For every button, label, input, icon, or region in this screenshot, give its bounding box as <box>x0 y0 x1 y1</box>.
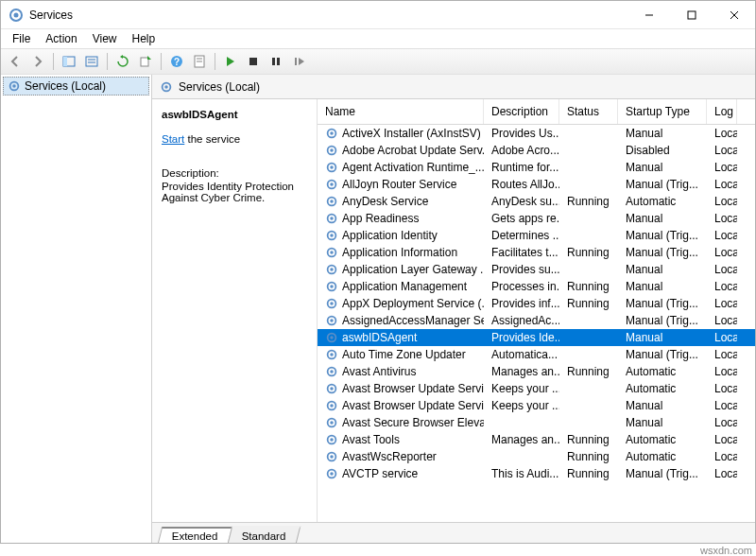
svg-point-62 <box>330 438 334 442</box>
cell-logon: Loca <box>707 313 737 328</box>
cell-logon: Loca <box>707 194 737 209</box>
service-row[interactable]: Agent Activation Runtime_...Runtime for.… <box>318 159 755 176</box>
col-header-logon[interactable]: Log <box>707 99 737 124</box>
menu-action[interactable]: Action <box>38 30 84 47</box>
cell-status <box>559 183 618 185</box>
col-header-status[interactable]: Status <box>559 99 618 124</box>
menu-help[interactable]: Help <box>125 30 163 47</box>
service-row[interactable]: Application IdentityDetermines ...Manual… <box>318 227 755 244</box>
cell-description: Manages an... <box>484 432 559 447</box>
col-header-desc[interactable]: Description <box>484 99 559 124</box>
svg-point-38 <box>330 234 334 237</box>
service-row[interactable]: AppX Deployment Service (...Provides inf… <box>318 295 755 312</box>
close-button[interactable] <box>713 1 755 28</box>
pause-service-button[interactable] <box>266 51 286 72</box>
cell-logon: Loca <box>707 381 737 396</box>
cell-description: Keeps your ... <box>484 381 559 396</box>
svg-point-50 <box>330 336 334 339</box>
service-row[interactable]: Application InformationFacilitates t...R… <box>318 244 755 261</box>
start-service-button[interactable] <box>220 51 241 72</box>
forward-button[interactable] <box>27 51 48 72</box>
service-row[interactable]: aswbIDSAgentProvides Ide...ManualLoca <box>318 329 755 346</box>
cell-name: Application Information <box>318 245 484 260</box>
svg-point-22 <box>12 84 16 88</box>
service-row[interactable]: AllJoyn Router ServiceRoutes AllJo...Man… <box>318 176 755 193</box>
service-row[interactable]: Auto Time Zone UpdaterAutomatica...Manua… <box>318 346 755 363</box>
service-row[interactable]: AvastWscReporterRunningAutomaticLoca <box>318 448 755 465</box>
cell-name: AppX Deployment Service (... <box>318 296 484 311</box>
service-name-text: Application Management <box>342 280 467 293</box>
cell-name: Application Identity <box>318 228 484 243</box>
cell-status <box>559 269 618 270</box>
minimize-button[interactable] <box>627 1 670 28</box>
right-pane: Services (Local) aswbIDSAgent Start the … <box>152 75 755 543</box>
cell-startup: Manual (Trig... <box>618 228 707 243</box>
stop-service-button[interactable] <box>243 51 264 72</box>
gear-icon <box>160 80 173 94</box>
gear-icon <box>325 365 338 378</box>
action-suffix: the service <box>184 133 240 145</box>
tabs-bar: Extended Standard <box>152 522 755 543</box>
properties-sheet-button[interactable] <box>189 51 210 72</box>
show-hide-tree-button[interactable] <box>59 51 79 72</box>
cell-name: Avast Browser Update Servi... <box>318 381 484 396</box>
gear-icon <box>325 229 338 242</box>
cell-startup: Manual (Trig... <box>618 245 707 260</box>
service-row[interactable]: AVCTP serviceThis is Audi...RunningManua… <box>318 465 755 482</box>
service-row[interactable]: AnyDesk ServiceAnyDesk su...RunningAutom… <box>318 193 755 210</box>
cell-startup: Manual <box>618 415 707 430</box>
properties-button[interactable] <box>81 51 102 72</box>
svg-point-60 <box>330 421 334 425</box>
list-body[interactable]: ActiveX Installer (AxInstSV)Provides Us.… <box>318 125 755 522</box>
cell-status: Running <box>559 194 618 209</box>
col-header-startup[interactable]: Startup Type <box>618 99 707 124</box>
col-header-name[interactable]: Name <box>318 99 484 124</box>
cell-status: Running <box>559 364 618 379</box>
menu-file[interactable]: File <box>5 30 38 47</box>
back-button[interactable] <box>5 51 26 72</box>
service-row[interactable]: Avast ToolsManages an...RunningAutomatic… <box>318 431 755 448</box>
service-row[interactable]: Application Layer Gateway ...Provides su… <box>318 261 755 278</box>
service-row[interactable]: App ReadinessGets apps re...ManualLoca <box>318 210 755 227</box>
start-service-link[interactable]: Start <box>162 133 184 145</box>
service-row[interactable]: Avast Browser Update Servi...Keeps your … <box>318 380 755 397</box>
right-pane-title: Services (Local) <box>179 80 260 94</box>
tree-node-services-local[interactable]: Services (Local) <box>3 77 149 96</box>
service-row[interactable]: Avast Secure Browser Elevat...ManualLoca <box>318 414 755 431</box>
cell-startup: Automatic <box>618 381 707 396</box>
refresh-button[interactable] <box>112 51 133 72</box>
service-row[interactable]: Avast AntivirusManages an...RunningAutom… <box>318 363 755 380</box>
restart-service-button[interactable] <box>288 51 309 72</box>
cell-startup: Manual (Trig... <box>618 347 707 362</box>
cell-description: Provides inf... <box>484 296 559 311</box>
cell-startup: Manual <box>618 279 707 294</box>
svg-point-1 <box>14 12 19 17</box>
content-area: Services (Local) Services (Local) aswbID… <box>1 75 755 543</box>
svg-point-56 <box>330 387 334 391</box>
tab-extended[interactable]: Extended <box>158 527 232 543</box>
description-text: Provides Identity Protection Against Cyb… <box>162 181 305 203</box>
service-name-text: AvastWscReporter <box>342 450 437 463</box>
gear-icon <box>325 467 338 480</box>
toolbar-separator <box>161 53 162 70</box>
service-row[interactable]: Adobe Acrobat Update Serv...Adobe Acro..… <box>318 142 755 159</box>
left-tree-pane: Services (Local) <box>1 75 152 543</box>
gear-icon <box>325 331 338 344</box>
cell-status <box>559 217 618 219</box>
svg-point-46 <box>330 302 334 305</box>
tab-standard[interactable]: Standard <box>227 526 300 543</box>
service-row[interactable]: Application ManagementProcesses in...Run… <box>318 278 755 295</box>
maximize-button[interactable] <box>670 1 713 28</box>
cell-startup: Manual <box>618 330 707 345</box>
cell-logon: Loca <box>707 296 737 311</box>
gear-icon <box>8 79 21 93</box>
service-row[interactable]: ActiveX Installer (AxInstSV)Provides Us.… <box>318 125 755 142</box>
menu-view[interactable]: View <box>85 30 125 47</box>
help-button[interactable]: ? <box>166 51 187 72</box>
service-row[interactable]: AssignedAccessManager Se...AssignedAc...… <box>318 312 755 329</box>
cell-name: Auto Time Zone Updater <box>318 347 484 362</box>
cell-description <box>484 422 559 424</box>
service-row[interactable]: Avast Browser Update Servi...Keeps your … <box>318 397 755 414</box>
export-list-button[interactable] <box>135 51 156 72</box>
service-name-text: aswbIDSAgent <box>342 331 417 344</box>
